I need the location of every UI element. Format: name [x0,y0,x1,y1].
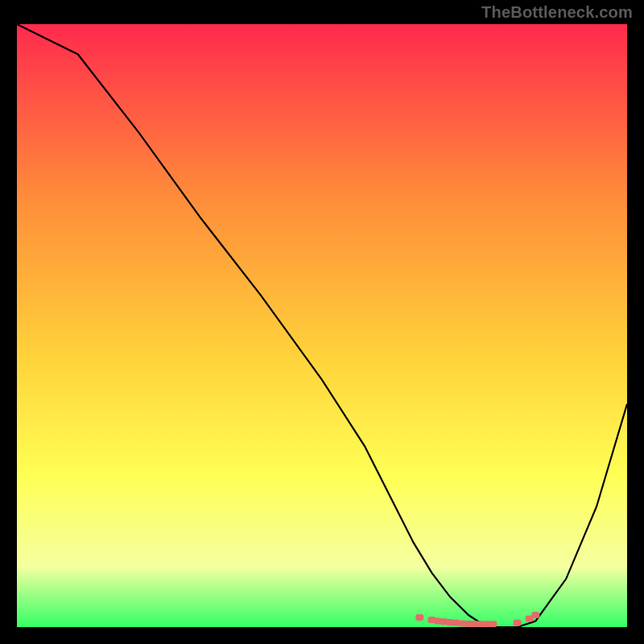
plateau-marker [531,612,539,618]
plateau-marker [489,621,497,627]
watermark-text: TheBottleneck.com [481,3,633,22]
plot-area [17,24,627,627]
plateau-marker [514,620,522,626]
plot-svg [17,24,627,627]
chart-stage: TheBottleneck.com [0,0,644,644]
plateau-marker [415,614,423,621]
gradient-background [17,24,627,627]
